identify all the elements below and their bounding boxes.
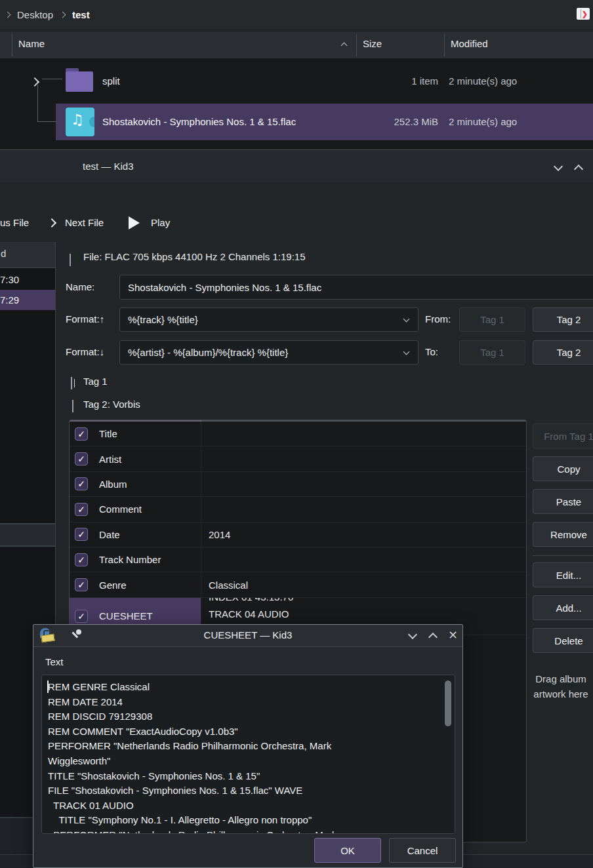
cuesheet-text-editor[interactable]: REM GENRE Classical REM DATE 2014 REM DI… bbox=[41, 675, 455, 834]
tag-row-track-number[interactable]: ✓Track Number bbox=[70, 547, 526, 572]
column-header-name[interactable]: Name bbox=[18, 38, 45, 49]
text-cursor bbox=[47, 681, 49, 693]
file-row-flac-selected[interactable]: ♫ Shostakovich - Symphonies Nos. 1 & 15.… bbox=[56, 104, 593, 140]
file-name: Shostakovich - Symphonies Nos. 1 & 15.fl… bbox=[102, 116, 296, 127]
breadcrumb-parent[interactable]: Desktop bbox=[17, 9, 53, 20]
checkbox-checked[interactable]: ✓ bbox=[75, 477, 88, 490]
cue-text-line: Wigglesworth" bbox=[48, 754, 439, 769]
dialog-close-icon[interactable]: × bbox=[448, 627, 458, 641]
collapse-file-section-icon[interactable] bbox=[70, 254, 71, 266]
left-lower-panel bbox=[0, 524, 55, 545]
cue-text-line: REM DISCID 79129308 bbox=[48, 709, 439, 724]
file-size: 1 item bbox=[358, 75, 438, 87]
play-icon bbox=[129, 216, 140, 229]
paste-button[interactable]: Paste bbox=[533, 489, 593, 514]
minimize-icon[interactable] bbox=[554, 162, 563, 171]
cancel-button[interactable]: Cancel bbox=[389, 838, 456, 863]
checkbox-checked[interactable]: ✓ bbox=[75, 610, 88, 623]
filename-input[interactable]: Shostakovich - Symphonies Nos. 1 & 15.fl… bbox=[119, 275, 593, 300]
cue-text-line: TITLE "Shostakovich - Symphonies Nos. 1 … bbox=[48, 769, 439, 784]
tag-row-title[interactable]: ✓Title bbox=[70, 422, 526, 446]
next-file-button[interactable]: Next File bbox=[65, 217, 104, 228]
format-up-combobox[interactable]: %{track} %{title} bbox=[119, 307, 419, 332]
checkbox-checked[interactable]: ✓ bbox=[75, 553, 88, 566]
folder-icon bbox=[66, 68, 93, 92]
file-size: 252.3 MiB bbox=[358, 116, 438, 127]
expand-arrow-icon[interactable] bbox=[30, 77, 39, 87]
desktop-screenshot: Desktop test ❯ Name Size Modified split … bbox=[0, 0, 593, 868]
cue-text-line: PERFORMER "Netherlands Radio Philharmoni… bbox=[48, 739, 439, 754]
file-list-header: Name Size Modified bbox=[0, 31, 593, 60]
play-button[interactable]: Play bbox=[151, 217, 170, 228]
edit-button[interactable]: Edit... bbox=[533, 562, 593, 587]
filelist-header[interactable]: d bbox=[0, 242, 55, 268]
ok-button[interactable]: OK bbox=[314, 838, 381, 863]
dialog-titlebar[interactable]: CUESHEET — Kid3 × bbox=[33, 625, 462, 647]
to-label: To: bbox=[425, 346, 438, 357]
file-modified: 2 minute(s) ago bbox=[449, 116, 517, 127]
audio-file-icon: ♫ bbox=[66, 108, 94, 136]
column-header-modified[interactable]: Modified bbox=[451, 38, 488, 49]
cue-text-line: TITLE "Symphony No.1 - I. Allegretto - A… bbox=[48, 813, 439, 828]
checkbox-checked[interactable]: ✓ bbox=[75, 503, 88, 516]
tag-row-date[interactable]: ✓Date 2014 bbox=[70, 523, 526, 547]
button-separator bbox=[533, 555, 593, 556]
file-manager-breadcrumb-bar: Desktop test bbox=[0, 0, 593, 29]
file-info-text: File: FLAC 705 kbps 44100 Hz 2 Channels … bbox=[83, 251, 306, 262]
kid3-window-title: test — Kid3 bbox=[83, 161, 134, 172]
checkbox-checked[interactable]: ✓ bbox=[75, 528, 88, 541]
format-up-label: Format:↑ bbox=[66, 313, 104, 325]
tag-row-artist[interactable]: ✓Artist bbox=[70, 446, 526, 471]
cue-text-line: TRACK 01 AUDIO bbox=[48, 799, 439, 814]
file-modified: 2 minute(s) ago bbox=[449, 75, 517, 87]
tag-row-genre[interactable]: ✓Genre Classical bbox=[70, 572, 526, 597]
tag-row-album[interactable]: ✓Album bbox=[70, 472, 526, 497]
tag-row-comment[interactable]: ✓Comment bbox=[70, 497, 526, 522]
artwork-drop-hint[interactable]: Drag album artwork here bbox=[529, 671, 593, 701]
cue-text-line: FILE "Shostakovich - Symphonies Nos. 1 &… bbox=[48, 783, 439, 799]
sort-ascending-icon bbox=[341, 43, 348, 49]
checkbox-checked[interactable]: ✓ bbox=[75, 452, 88, 465]
cue-text-line: PERFORMER "Netherlands Radio Philharmoni… bbox=[48, 828, 439, 834]
remove-button[interactable]: Remove bbox=[533, 522, 593, 547]
collapse-tag2-icon[interactable] bbox=[72, 400, 73, 412]
from-tag1-frame-button[interactable]: From Tag 1 bbox=[533, 424, 593, 448]
to-tag1-button[interactable]: Tag 1 bbox=[459, 340, 525, 365]
cue-text-line: REM COMMENT "ExactAudioCopy v1.0b3" bbox=[48, 724, 439, 740]
format-down-label: Format:↓ bbox=[66, 346, 104, 357]
chevron-down-icon bbox=[403, 349, 410, 355]
checkbox-checked[interactable]: ✓ bbox=[75, 427, 88, 441]
from-tag1-button[interactable]: Tag 1 bbox=[459, 307, 525, 332]
cuesheet-value-line: TRACK 04 AUDIO bbox=[209, 606, 428, 623]
scrollbar-thumb[interactable] bbox=[445, 681, 451, 726]
copy-button[interactable]: Copy bbox=[533, 456, 593, 481]
filelist-item[interactable]: 7:30 bbox=[0, 269, 55, 290]
kid3-titlebar[interactable]: test — Kid3 bbox=[0, 151, 593, 182]
add-button[interactable]: Add... bbox=[533, 595, 593, 620]
filelist-item-selected[interactable]: 7:29 bbox=[0, 290, 55, 310]
delete-button[interactable]: Delete bbox=[533, 628, 593, 653]
window-panel-icon[interactable]: ❯ bbox=[577, 8, 590, 20]
expand-tag1-icon[interactable] bbox=[71, 377, 72, 389]
tag1-section-header[interactable]: Tag 1 bbox=[83, 376, 108, 387]
kid3-toolbar: us File Next File Play bbox=[0, 209, 593, 238]
previous-file-button[interactable]: us File bbox=[0, 217, 29, 228]
format-down-combobox[interactable]: %{artist} - %{album}/%{track} %{title} bbox=[119, 340, 419, 365]
from-label: From: bbox=[425, 313, 451, 325]
to-tag2-button[interactable]: Tag 2 bbox=[533, 340, 593, 365]
maximize-icon[interactable] bbox=[574, 165, 583, 174]
file-list-view: split 1 item 2 minute(s) ago ♫ Shostakov… bbox=[0, 58, 593, 149]
filelist-header-label: d bbox=[1, 248, 6, 259]
dialog-title: CUESHEET — Kid3 bbox=[33, 629, 462, 641]
checkbox-checked[interactable]: ✓ bbox=[75, 578, 88, 591]
breadcrumb-chevron-icon bbox=[5, 11, 11, 18]
from-tag2-button[interactable]: Tag 2 bbox=[533, 307, 593, 332]
cuesheet-dialog: CUESHEET — Kid3 × Text REM GENRE Classic… bbox=[33, 624, 463, 868]
column-header-size[interactable]: Size bbox=[363, 38, 382, 49]
tag2-section-header[interactable]: Tag 2: Vorbis bbox=[83, 399, 140, 410]
file-row-split[interactable]: split 1 item 2 minute(s) ago bbox=[0, 63, 593, 100]
cuesheet-value-line: INDEX 01 43:13:70 bbox=[209, 598, 428, 606]
chevron-down-icon bbox=[403, 316, 410, 323]
next-file-icon bbox=[47, 218, 56, 227]
breadcrumb-current[interactable]: test bbox=[72, 9, 90, 20]
